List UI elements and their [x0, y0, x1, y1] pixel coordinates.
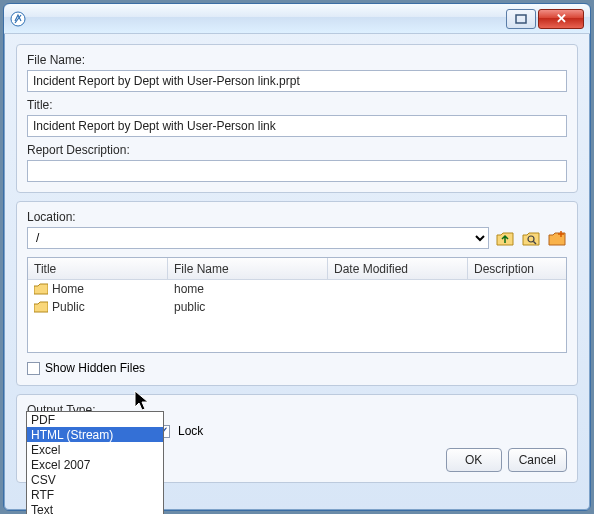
dropdown-item-html-stream[interactable]: HTML (Stream)	[27, 427, 163, 442]
row-title: Home	[52, 282, 84, 296]
row-title: Public	[52, 300, 85, 314]
folder-icon	[34, 283, 48, 295]
row-filename: public	[168, 299, 328, 315]
cancel-button[interactable]: Cancel	[508, 448, 567, 472]
col-title[interactable]: Title	[28, 258, 168, 279]
close-button[interactable]: ✕	[538, 9, 584, 29]
close-icon: ✕	[556, 11, 567, 26]
svg-rect-1	[516, 15, 526, 23]
ok-button[interactable]: OK	[446, 448, 502, 472]
lock-label: Lock	[178, 424, 203, 438]
col-filename[interactable]: File Name	[168, 258, 328, 279]
filename-group: File Name: Title: Report Description:	[16, 44, 578, 193]
col-modified[interactable]: Date Modified	[328, 258, 468, 279]
filename-input[interactable]	[27, 70, 567, 92]
dropdown-item-text[interactable]: Text	[27, 502, 163, 514]
show-hidden-checkbox[interactable]	[27, 362, 40, 375]
file-table[interactable]: Title File Name Date Modified Descriptio…	[27, 257, 567, 353]
output-type-dropdown[interactable]: PDF HTML (Stream) Excel Excel 2007 CSV R…	[26, 411, 164, 514]
title-label: Title:	[27, 98, 567, 112]
title-input[interactable]	[27, 115, 567, 137]
app-icon	[10, 11, 26, 27]
location-label: Location:	[27, 210, 567, 224]
dropdown-item-rtf[interactable]: RTF	[27, 487, 163, 502]
location-group: Location: /	[16, 201, 578, 386]
col-description[interactable]: Description	[468, 258, 566, 279]
maximize-button[interactable]	[506, 9, 536, 29]
dropdown-item-csv[interactable]: CSV	[27, 472, 163, 487]
folder-icon	[34, 301, 48, 313]
dropdown-item-pdf[interactable]: PDF	[27, 412, 163, 427]
table-row[interactable]: Home home	[28, 280, 566, 298]
dialog-window: ✕ File Name: Title: Report Description: …	[3, 3, 591, 511]
table-header: Title File Name Date Modified Descriptio…	[28, 258, 566, 280]
row-modified	[328, 306, 468, 308]
dropdown-item-excel[interactable]: Excel	[27, 442, 163, 457]
dropdown-item-excel2007[interactable]: Excel 2007	[27, 457, 163, 472]
new-folder-icon[interactable]	[547, 228, 567, 248]
row-desc	[468, 288, 566, 290]
row-filename: home	[168, 281, 328, 297]
location-select[interactable]: /	[27, 227, 489, 249]
search-folder-icon[interactable]	[521, 228, 541, 248]
titlebar[interactable]: ✕	[4, 4, 590, 34]
row-modified	[328, 288, 468, 290]
filename-label: File Name:	[27, 53, 567, 67]
description-label: Report Description:	[27, 143, 567, 157]
table-row[interactable]: Public public	[28, 298, 566, 316]
show-hidden-label: Show Hidden Files	[45, 361, 145, 375]
row-desc	[468, 306, 566, 308]
description-input[interactable]	[27, 160, 567, 182]
go-up-icon[interactable]	[495, 228, 515, 248]
